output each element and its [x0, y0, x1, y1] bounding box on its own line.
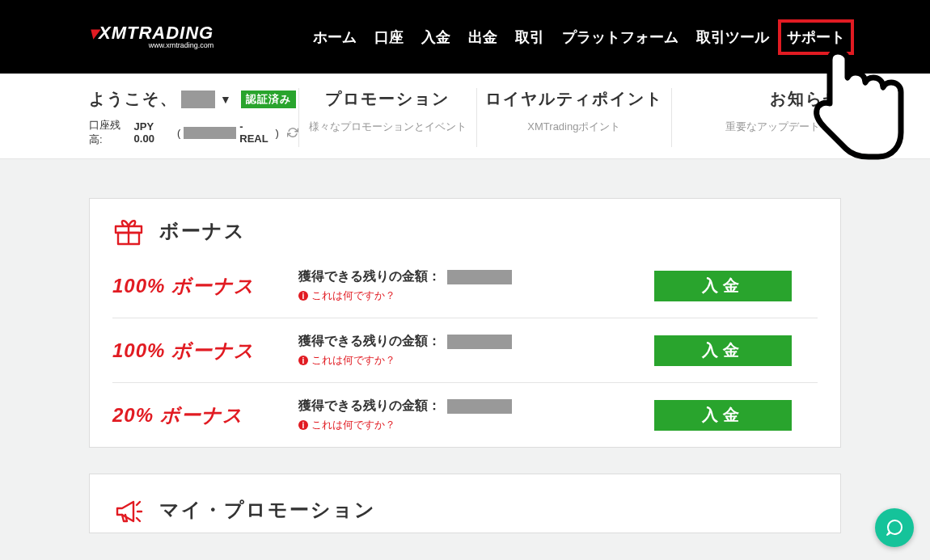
verified-badge: 認証済み	[241, 91, 296, 108]
bonus-panel: ボーナス 100% ボーナス 獲得できる残りの金額： iこれは何ですか？ 入金 …	[89, 198, 841, 448]
remaining-label: 獲得できる残りの金額：	[298, 333, 441, 350]
remaining-amount-redacted	[447, 399, 512, 414]
bonus-name: 100% ボーナス	[112, 273, 298, 299]
chat-icon	[885, 518, 904, 537]
username-redacted	[181, 91, 215, 108]
remaining-label: 獲得できる残りの金額：	[298, 398, 441, 415]
info-icon: i	[298, 356, 308, 365]
chevron-down-icon[interactable]: ▼	[220, 93, 233, 106]
bonus-name: 20% ボーナス	[112, 402, 298, 428]
nav-deposit[interactable]: 入金	[416, 23, 456, 52]
info-icon: i	[298, 291, 308, 301]
what-is-this-link[interactable]: iこれは何ですか？	[298, 353, 395, 368]
logo-text-b: TRADING	[127, 23, 213, 43]
deposit-button[interactable]: 入金	[654, 400, 792, 431]
nav-support[interactable]: サポート	[781, 23, 851, 52]
nav-trade[interactable]: 取引	[509, 23, 550, 52]
remaining-amount-redacted	[447, 270, 512, 284]
megaphone-icon	[112, 494, 145, 526]
remaining-label: 獲得できる残りの金額：	[298, 268, 441, 285]
subtab-news[interactable]: お知らせ 重要なアップデート＆リ	[671, 88, 841, 147]
subtab-loyalty[interactable]: ロイヤルティポイント XMTradingポイント	[476, 88, 671, 147]
deposit-button[interactable]: 入金	[654, 271, 792, 301]
refresh-icon[interactable]	[287, 127, 298, 138]
bonus-row: 20% ボーナス 獲得できる残りの金額： iこれは何ですか？ 入金	[112, 382, 818, 447]
bonus-title: ボーナス	[159, 218, 246, 244]
my-promotion-panel: マイ・プロモーション	[89, 474, 841, 533]
info-icon: i	[298, 420, 308, 430]
gift-icon	[112, 215, 145, 247]
logo[interactable]: ▾XMTRADING www.xmtrading.com	[89, 25, 213, 49]
bonus-row: 100% ボーナス 獲得できる残りの金額： iこれは何ですか？ 入金	[90, 254, 840, 318]
nav-platform[interactable]: プラットフォーム	[556, 23, 684, 52]
balance-amount: JPY 0.00	[134, 120, 174, 145]
nav-tools[interactable]: 取引ツール	[691, 23, 775, 52]
nav-home[interactable]: ホーム	[307, 23, 362, 52]
deposit-button[interactable]: 入金	[654, 335, 792, 366]
main-nav: ホーム 口座 入金 出金 取引 プラットフォーム 取引ツール サポート	[307, 23, 851, 52]
chat-bubble-button[interactable]	[875, 508, 914, 547]
nav-withdraw[interactable]: 出金	[463, 23, 503, 52]
nav-account[interactable]: 口座	[369, 23, 409, 52]
bonus-row: 100% ボーナス 獲得できる残りの金額： iこれは何ですか？ 入金	[112, 318, 818, 382]
what-is-this-link[interactable]: iこれは何ですか？	[298, 288, 395, 303]
logo-tagline: www.xmtrading.com	[89, 42, 213, 48]
top-header: ▾XMTRADING www.xmtrading.com ホーム 口座 入金 出…	[0, 0, 930, 74]
remaining-amount-redacted	[447, 335, 512, 349]
what-is-this-link[interactable]: iこれは何ですか？	[298, 418, 395, 432]
sub-header: ようこそ、 ▼ 認証済み 口座残高: JPY 0.00 ( - REAL) プロ…	[0, 74, 930, 159]
bonus-name: 100% ボーナス	[112, 338, 298, 364]
account-id-redacted	[184, 127, 236, 139]
subtab-promotion[interactable]: プロモーション 様々なプロモーションとイベント	[298, 88, 476, 147]
balance-label: 口座残高:	[89, 118, 131, 147]
logo-text-a: XM	[99, 23, 127, 43]
promo-title: マイ・プロモーション	[159, 497, 376, 523]
welcome-prefix: ようこそ、	[89, 88, 178, 110]
